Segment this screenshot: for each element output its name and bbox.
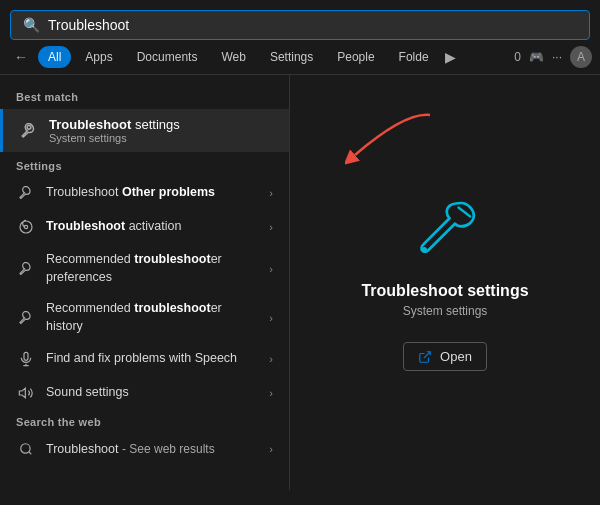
tab-folders[interactable]: Folde: [389, 46, 439, 68]
tab-apps[interactable]: Apps: [75, 46, 122, 68]
web-chevron: ›: [269, 443, 273, 455]
list-item-speech[interactable]: Find and fix problems with Speech ›: [0, 342, 289, 376]
best-match-item[interactable]: Troubleshoot settings System settings: [0, 109, 289, 152]
list-chevron-4: ›: [269, 353, 273, 365]
list-item-text-4: Find and fix problems with Speech: [46, 350, 259, 368]
list-chevron-0: ›: [269, 187, 273, 199]
settings-label: Settings: [0, 154, 289, 176]
main-layout: Best match Troubleshoot settings System …: [0, 75, 600, 490]
list-item-icon-1: [16, 217, 36, 237]
best-match-label: Best match: [0, 85, 289, 107]
user-avatar[interactable]: A: [570, 46, 592, 68]
web-label: Search the web: [0, 410, 289, 432]
tab-more-icon[interactable]: ▶: [445, 49, 456, 65]
svg-point-5: [21, 444, 30, 453]
tab-people[interactable]: People: [327, 46, 384, 68]
search-icon: 🔍: [23, 17, 40, 33]
best-match-subtitle: System settings: [49, 132, 180, 144]
list-chevron-5: ›: [269, 387, 273, 399]
open-button[interactable]: Open: [403, 342, 487, 371]
list-item-icon-0: [16, 183, 36, 203]
right-panel-subtitle: System settings: [403, 304, 488, 318]
web-item-text: Troubleshoot - See web results: [46, 442, 259, 456]
list-item-icon-2: [16, 259, 36, 279]
tab-right-actions: 0 🎮 ··· A: [514, 46, 592, 68]
more-options[interactable]: ···: [552, 50, 562, 64]
list-item-icon-5: [16, 383, 36, 403]
list-item-icon-3: [16, 308, 36, 328]
svg-rect-3: [24, 352, 28, 360]
svg-point-8: [422, 247, 427, 252]
tab-documents[interactable]: Documents: [127, 46, 208, 68]
gamepad-icon: 🎮: [529, 50, 544, 64]
best-match-text: Troubleshoot settings System settings: [49, 117, 180, 144]
best-match-title: Troubleshoot settings: [49, 117, 180, 132]
list-item-other-problems[interactable]: Troubleshoot Other problems ›: [0, 176, 289, 210]
back-button[interactable]: ←: [8, 47, 34, 67]
search-bar: 🔍: [10, 10, 590, 40]
web-item-suffix: - See web results: [122, 442, 215, 456]
svg-line-9: [424, 351, 430, 357]
tab-all[interactable]: All: [38, 46, 71, 68]
list-item-text-1: Troubleshoot activation: [46, 218, 259, 236]
list-item-text-0: Troubleshoot Other problems: [46, 184, 259, 202]
tab-count: 0: [514, 50, 521, 64]
open-label: Open: [440, 349, 472, 364]
list-item-recommended-prefs[interactable]: Recommended troubleshooterpreferences ›: [0, 244, 289, 293]
web-search-icon: [16, 439, 36, 459]
left-panel: Best match Troubleshoot settings System …: [0, 75, 290, 490]
svg-point-1: [20, 221, 32, 233]
list-chevron-1: ›: [269, 221, 273, 233]
right-panel-title: Troubleshoot settings: [361, 282, 528, 300]
svg-point-2: [24, 225, 27, 228]
tab-web[interactable]: Web: [211, 46, 255, 68]
list-item-text-3: Recommended troubleshooterhistory: [46, 300, 259, 335]
best-match-icon: [19, 121, 39, 141]
right-panel: Troubleshoot settings System settings Op…: [290, 75, 600, 490]
right-panel-icon: [409, 194, 481, 270]
search-input[interactable]: [48, 17, 577, 33]
list-item-sound[interactable]: Sound settings ›: [0, 376, 289, 410]
tab-settings[interactable]: Settings: [260, 46, 323, 68]
list-item-icon-4: [16, 349, 36, 369]
arrow-indicator: [345, 107, 435, 171]
list-item-activation[interactable]: Troubleshoot activation ›: [0, 210, 289, 244]
list-item-recommended-history[interactable]: Recommended troubleshooterhistory ›: [0, 293, 289, 342]
svg-line-6: [29, 452, 32, 455]
web-search-item[interactable]: Troubleshoot - See web results ›: [0, 432, 289, 466]
svg-marker-4: [19, 388, 25, 397]
list-item-text-2: Recommended troubleshooterpreferences: [46, 251, 259, 286]
list-item-text-5: Sound settings: [46, 384, 259, 402]
list-chevron-3: ›: [269, 312, 273, 324]
svg-point-0: [27, 125, 31, 129]
list-chevron-2: ›: [269, 263, 273, 275]
tabs-row: ← All Apps Documents Web Settings People…: [0, 40, 600, 75]
